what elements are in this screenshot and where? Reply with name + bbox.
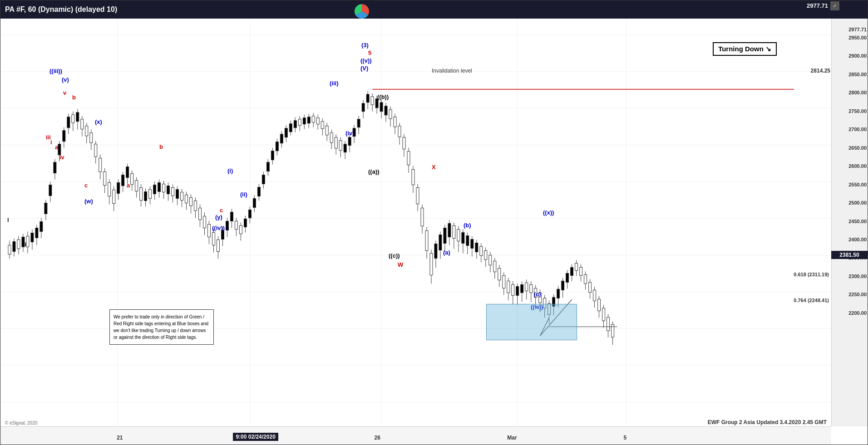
svg-rect-193	[407, 152, 410, 165]
svg-rect-229	[489, 255, 492, 265]
svg-rect-85	[163, 184, 165, 192]
svg-rect-37	[54, 162, 56, 173]
svg-rect-183	[385, 106, 387, 115]
svg-rect-231	[493, 261, 496, 272]
svg-rect-167	[348, 137, 351, 146]
svg-rect-31	[40, 222, 43, 232]
svg-rect-171	[357, 119, 360, 127]
current-price-badge: 2381.50	[831, 251, 868, 259]
svg-rect-53	[90, 133, 93, 143]
svg-rect-239	[512, 284, 514, 295]
svg-rect-133	[271, 151, 274, 160]
svg-rect-55	[94, 144, 97, 157]
svg-rect-127	[257, 187, 260, 196]
svg-rect-267	[575, 263, 578, 270]
time-label-date: 9:00 02/24/2020	[233, 433, 278, 441]
svg-rect-269	[580, 267, 582, 275]
svg-rect-279	[602, 308, 605, 321]
svg-rect-159	[330, 133, 333, 143]
svg-rect-169	[353, 128, 355, 137]
svg-rect-89	[172, 188, 174, 196]
svg-rect-107	[212, 232, 215, 245]
svg-rect-237	[507, 281, 510, 293]
svg-rect-209	[444, 228, 446, 243]
price-2950: 2950.00	[848, 35, 867, 40]
svg-rect-259	[557, 289, 560, 298]
svg-rect-129	[262, 175, 265, 184]
svg-rect-27	[31, 233, 34, 242]
svg-rect-179	[375, 99, 378, 108]
svg-rect-281	[607, 317, 610, 331]
svg-rect-265	[571, 267, 573, 275]
svg-rect-139	[285, 128, 287, 137]
svg-rect-163	[339, 141, 342, 151]
svg-rect-207	[439, 235, 442, 250]
time-label-mar: Mar	[507, 435, 517, 441]
footer-right: EWF Group 2 Asia Updated 3.4.2020 2.45 G…	[708, 419, 827, 425]
svg-rect-109	[217, 240, 219, 251]
svg-rect-119	[239, 225, 242, 234]
price-2600: 2600.00	[848, 163, 867, 169]
svg-rect-251	[539, 293, 542, 303]
time-label-5: 5	[624, 435, 627, 441]
svg-rect-59	[104, 172, 106, 186]
disclaimer-box: We prefer to trade only in direction of …	[109, 309, 214, 345]
svg-rect-151	[312, 116, 315, 122]
svg-rect-25	[26, 236, 29, 247]
svg-rect-71	[131, 174, 133, 185]
svg-rect-277	[598, 299, 601, 311]
svg-rect-121	[244, 219, 247, 227]
svg-rect-103	[203, 216, 206, 228]
logo-area: Elliott Wave Forecast	[355, 4, 473, 19]
price-2750: 2750.00	[848, 108, 867, 114]
candle-chart	[0, 19, 831, 426]
svg-rect-63	[113, 190, 115, 204]
svg-rect-43	[67, 117, 70, 128]
expand-icon[interactable]: ⤢	[830, 1, 839, 10]
svg-rect-195	[412, 170, 414, 185]
svg-rect-51	[85, 126, 88, 136]
svg-rect-263	[566, 273, 569, 282]
price-2550: 2550.00	[848, 182, 867, 187]
svg-rect-155	[321, 122, 324, 129]
svg-rect-23	[22, 237, 25, 247]
svg-rect-21	[17, 240, 20, 249]
svg-rect-33	[44, 203, 47, 214]
svg-rect-83	[158, 183, 161, 192]
svg-rect-95	[185, 195, 188, 203]
svg-rect-221	[471, 239, 473, 248]
svg-rect-69	[126, 167, 129, 178]
svg-rect-101	[199, 208, 202, 220]
svg-rect-45	[72, 115, 74, 123]
svg-rect-105	[208, 224, 211, 237]
price-2650: 2650.00	[848, 145, 867, 151]
svg-rect-261	[562, 281, 564, 290]
svg-rect-187	[394, 117, 396, 127]
svg-rect-91	[176, 190, 179, 199]
svg-rect-97	[190, 198, 192, 206]
svg-rect-93	[181, 192, 183, 200]
svg-rect-135	[276, 142, 278, 151]
chart-area	[0, 19, 831, 426]
svg-rect-49	[81, 119, 84, 129]
svg-rect-79	[149, 190, 152, 199]
svg-rect-213	[453, 225, 455, 238]
svg-rect-47	[76, 112, 79, 122]
invalidation-price: 2814.25	[811, 68, 830, 74]
svg-rect-123	[248, 210, 251, 218]
svg-rect-61	[108, 183, 111, 196]
price-2900: 2900.00	[848, 53, 867, 59]
svg-rect-233	[498, 268, 501, 280]
svg-rect-191	[403, 137, 405, 149]
svg-rect-245	[525, 283, 528, 291]
svg-rect-35	[49, 185, 52, 196]
price-2300: 2300.00	[848, 274, 867, 279]
svg-rect-57	[99, 158, 102, 172]
disclaimer-text: We prefer to trade only in direction of …	[113, 314, 208, 340]
time-axis: 21 9:00 02/24/2020 26 Mar 5	[0, 426, 831, 445]
turning-down-label: Turning Down ↘	[718, 45, 771, 53]
svg-rect-153	[316, 118, 319, 124]
svg-rect-249	[534, 288, 537, 297]
price-axis: 2977.71 2950.00 2900.00 2850.00 2800.00 …	[831, 19, 868, 426]
svg-rect-247	[530, 284, 533, 293]
